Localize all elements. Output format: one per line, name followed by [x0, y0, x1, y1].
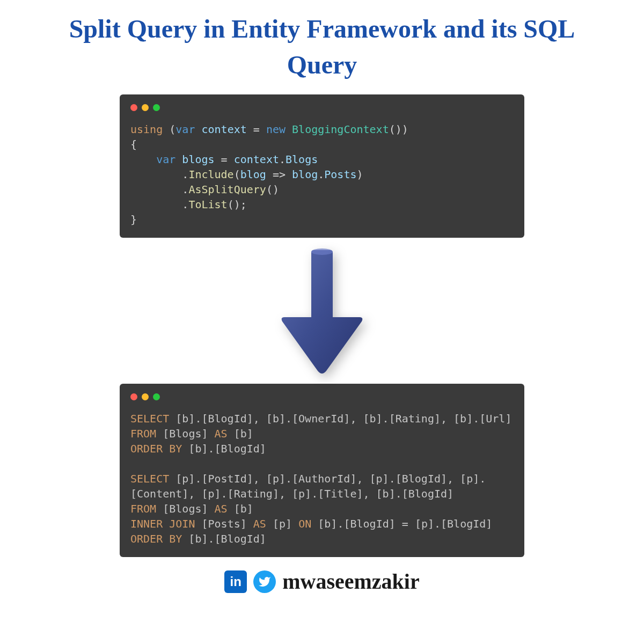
down-arrow-icon: [274, 247, 370, 376]
close-icon: [130, 393, 137, 400]
svg-point-0: [311, 248, 333, 255]
linkedin-label: in: [230, 574, 241, 589]
csharp-code-content: using (var context = new BloggingContext…: [130, 122, 514, 227]
window-controls: [130, 393, 514, 400]
linkedin-icon: in: [224, 570, 247, 593]
maximize-icon: [153, 104, 160, 111]
twitter-icon: [253, 570, 276, 593]
window-controls: [130, 104, 514, 111]
sql-code-content: SELECT [b].[BlogId], [b].[OwnerId], [b].…: [130, 411, 514, 546]
arrow-container: [0, 247, 644, 376]
minimize-icon: [142, 393, 149, 400]
minimize-icon: [142, 104, 149, 111]
csharp-code-window: using (var context = new BloggingContext…: [120, 94, 524, 238]
page-title: Split Query in Entity Framework and its …: [0, 11, 644, 83]
sql-code-window: SELECT [b].[BlogId], [b].[OwnerId], [b].…: [120, 384, 524, 557]
close-icon: [130, 104, 137, 111]
page-container: Split Query in Entity Framework and its …: [0, 0, 644, 644]
footer: in mwaseemzakir: [224, 569, 419, 594]
maximize-icon: [153, 393, 160, 400]
social-handle: mwaseemzakir: [282, 569, 419, 594]
